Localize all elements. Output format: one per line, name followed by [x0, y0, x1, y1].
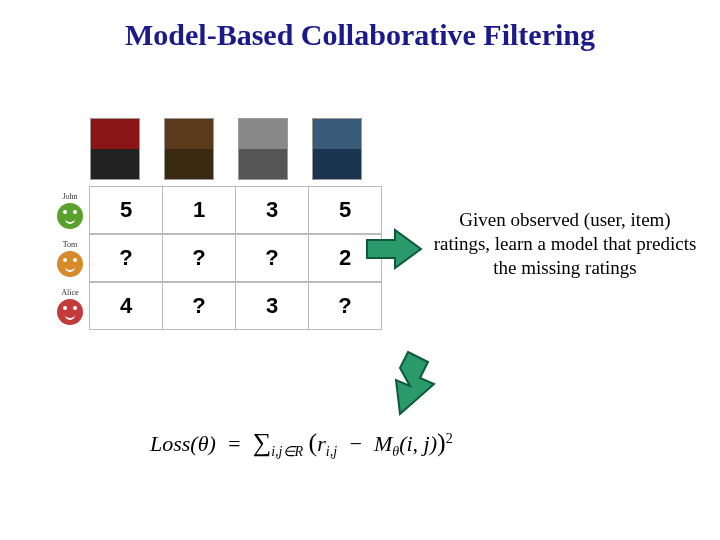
- arrow-down-icon: [380, 348, 440, 418]
- avatar-icon: [57, 251, 83, 277]
- rating-cell: 1: [162, 186, 236, 234]
- rating-cell: 3: [235, 282, 309, 330]
- M-args: (i, j): [399, 431, 437, 456]
- rating-cell: 5: [89, 186, 163, 234]
- loss-formula: Loss(θ) = ∑i,j∈R (ri,j − Mθ(i, j))2: [150, 428, 453, 460]
- user-name: John: [62, 192, 77, 201]
- ratings-table: John 5 1 3 5 Tom ? ? ? 2 Alice: [10, 118, 386, 330]
- movie-poster-icon: [312, 118, 362, 180]
- formula-r: r: [317, 431, 326, 456]
- user-name: Alice: [61, 288, 78, 297]
- rating-cell: 3: [235, 186, 309, 234]
- formula-lhs: Loss(θ): [150, 431, 216, 456]
- user-label: John: [50, 192, 90, 229]
- movie-poster-icon: [164, 118, 214, 180]
- formula-M: M: [374, 431, 392, 456]
- rating-cell: 5: [308, 186, 382, 234]
- summation-subscript: i,j∈R: [271, 444, 303, 459]
- svg-marker-1: [396, 352, 434, 414]
- table-row: John 5 1 3 5: [50, 186, 386, 234]
- rating-cell: 4: [89, 282, 163, 330]
- user-name: Tom: [63, 240, 78, 249]
- svg-marker-0: [367, 230, 421, 268]
- item-posters-row: [90, 118, 386, 180]
- avatar-icon: [57, 203, 83, 229]
- rating-cell: ?: [308, 282, 382, 330]
- movie-poster-icon: [238, 118, 288, 180]
- ratings-grid: John 5 1 3 5 Tom ? ? ? 2 Alice: [50, 186, 386, 330]
- description-text: Given observed (user, item) ratings, lea…: [430, 208, 700, 279]
- rating-cell: ?: [235, 234, 309, 282]
- slide-title: Model-Based Collaborative Filtering: [0, 0, 720, 58]
- user-label: Alice: [50, 288, 90, 325]
- r-subscript: i,j: [326, 444, 337, 459]
- table-row: Tom ? ? ? 2: [50, 234, 386, 282]
- summation-symbol: ∑: [253, 428, 272, 457]
- arrow-right-icon: [365, 228, 425, 270]
- user-label: Tom: [50, 240, 90, 277]
- rating-cell: ?: [162, 282, 236, 330]
- rating-cell: ?: [162, 234, 236, 282]
- formula-exponent: 2: [446, 431, 453, 446]
- table-row: Alice 4 ? 3 ?: [50, 282, 386, 330]
- movie-poster-icon: [90, 118, 140, 180]
- rating-cell: ?: [89, 234, 163, 282]
- avatar-icon: [57, 299, 83, 325]
